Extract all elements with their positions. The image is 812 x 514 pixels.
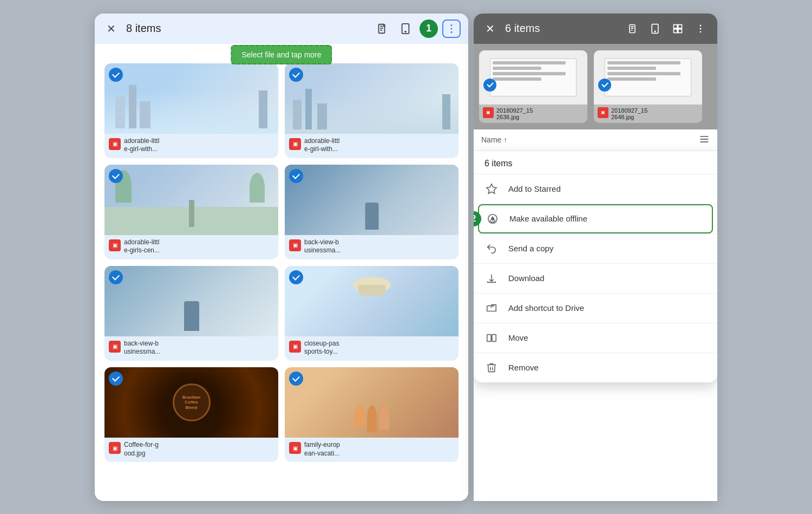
menu-item-download[interactable]: Download	[474, 264, 717, 293]
close-button[interactable]: ✕	[102, 20, 120, 37]
right-file-name-label: 20180927_152636.jpg	[496, 107, 533, 120]
file-type-icon	[289, 442, 301, 454]
right-file-type-icon	[598, 107, 608, 118]
remove-icon	[484, 361, 499, 375]
sort-bar: Name ↑	[474, 129, 717, 151]
select-tooltip: Select file and tap more	[231, 45, 332, 64]
right-panel: ✕ 6 items	[474, 14, 717, 501]
svg-rect-23	[487, 334, 491, 341]
file-info: Coffee-for-good.jpg	[104, 438, 278, 462]
svg-point-4	[450, 28, 452, 29]
menu-item-offline-wrapper: 2 Make available offline	[474, 204, 717, 233]
svg-rect-9	[674, 24, 678, 28]
sort-label[interactable]: Name ↑	[481, 135, 699, 144]
svg-point-3	[450, 24, 452, 26]
svg-point-2	[405, 31, 406, 32]
svg-point-14	[700, 28, 702, 29]
menu-item-starred[interactable]: Add to Starred	[474, 174, 717, 204]
menu-item-label-remove: Remove	[508, 363, 539, 372]
file-info: adorable-little-girl-with...	[285, 134, 459, 158]
file-type-icon	[109, 239, 121, 251]
file-card[interactable]: adorable-little-girl-with...	[104, 63, 278, 158]
selected-checkmark	[109, 372, 123, 386]
svg-point-21	[492, 217, 494, 220]
step-badge: 1	[420, 19, 438, 38]
right-file-thumbnail	[594, 50, 702, 105]
svg-point-13	[700, 24, 702, 26]
file-info: back-view-businessma...	[104, 336, 278, 361]
right-file-thumbnail	[479, 50, 587, 105]
share-icon-button[interactable]	[372, 19, 391, 38]
file-card[interactable]: adorable-little-girls-cen...	[104, 165, 278, 259]
file-thumbnail	[104, 63, 278, 134]
menu-item-label-download: Download	[508, 274, 545, 283]
file-thumbnail	[285, 266, 459, 336]
right-more-icon[interactable]	[691, 19, 710, 38]
right-file-area: 20180927_152636.jpg 20180927_152648.jpg	[474, 44, 717, 129]
file-thumbnail	[285, 63, 459, 134]
selected-checkmark	[289, 270, 303, 284]
right-items-count-label: 6 items	[505, 22, 617, 35]
file-card[interactable]: family-european-vacati...	[285, 367, 459, 462]
right-tablet-icon[interactable]	[646, 19, 664, 38]
file-card[interactable]: back-view-businessma...	[285, 165, 459, 259]
more-options-button[interactable]	[442, 19, 461, 38]
menu-item-move[interactable]: Move	[474, 323, 717, 353]
menu-item-label-shortcut: Add shortcut to Drive	[508, 303, 584, 313]
file-type-icon	[109, 442, 121, 454]
selected-checkmark	[289, 169, 303, 183]
right-file-info: 20180927_152648.jpg	[594, 105, 702, 123]
svg-rect-12	[678, 29, 682, 32]
svg-point-15	[700, 31, 702, 32]
star-icon	[484, 182, 499, 196]
offline-icon	[486, 212, 500, 226]
svg-marker-22	[487, 304, 496, 311]
send-copy-icon	[484, 242, 499, 256]
right-app-panel: ✕ 6 items	[474, 14, 717, 501]
file-name-label: family-european-vacati...	[304, 441, 340, 458]
menu-item-send[interactable]: Send a copy	[474, 234, 717, 263]
file-thumbnail	[104, 165, 278, 235]
download-icon	[484, 271, 499, 285]
file-thumbnail: BrazilianCoffeeBlend	[104, 367, 278, 438]
file-name-label: closeup-passports-toy...	[304, 340, 339, 356]
right-file-card[interactable]: 20180927_152636.jpg	[479, 50, 587, 123]
selected-checkmark	[109, 169, 123, 183]
right-selected-checkmark	[598, 79, 611, 92]
left-panel: ✕ 8 items 1	[95, 14, 468, 501]
tablet-icon-button[interactable]	[396, 19, 415, 38]
svg-rect-11	[674, 29, 678, 32]
file-thumbnail	[285, 165, 459, 235]
list-view-toggle[interactable]	[699, 134, 710, 146]
header-icon-group: 1	[372, 19, 461, 38]
right-header: ✕ 6 items	[474, 14, 717, 44]
move-icon	[484, 331, 499, 345]
right-selected-checkmark	[483, 79, 496, 92]
file-info: closeup-passports-toy...	[285, 336, 459, 361]
file-info: adorable-little-girl-with...	[104, 134, 278, 158]
right-grid-icon[interactable]	[669, 19, 687, 38]
menu-item-label-offline: Make available offline	[509, 214, 587, 223]
right-close-button[interactable]: ✕	[481, 20, 499, 37]
file-type-icon	[289, 138, 301, 150]
file-card[interactable]: back-view-businessma...	[104, 266, 278, 361]
selected-checkmark	[289, 372, 303, 386]
context-menu: 6 items Add to Starred 2	[474, 151, 717, 382]
selected-checkmark	[109, 68, 123, 82]
file-card[interactable]: closeup-passports-toy...	[285, 266, 459, 361]
file-type-icon	[109, 341, 121, 353]
right-file-card[interactable]: 20180927_152648.jpg	[594, 50, 702, 123]
file-thumbnail	[285, 367, 459, 438]
file-card[interactable]: BrazilianCoffeeBlend Coffee-for-good.jpg	[104, 367, 278, 462]
svg-point-8	[654, 31, 656, 32]
menu-item-shortcut[interactable]: Add shortcut to Drive	[474, 294, 717, 323]
file-card[interactable]: adorable-little-girl-with...	[285, 63, 459, 158]
file-name-label: adorable-little-girl-with...	[124, 137, 159, 154]
sort-arrow-icon: ↑	[503, 135, 507, 144]
menu-item-offline[interactable]: Make available offline To save a file of…	[478, 204, 713, 233]
right-share-icon[interactable]	[623, 19, 641, 38]
menu-item-label-move: Move	[508, 333, 528, 342]
svg-point-5	[450, 31, 452, 32]
svg-rect-10	[678, 24, 682, 28]
menu-item-remove[interactable]: Remove	[474, 353, 717, 382]
